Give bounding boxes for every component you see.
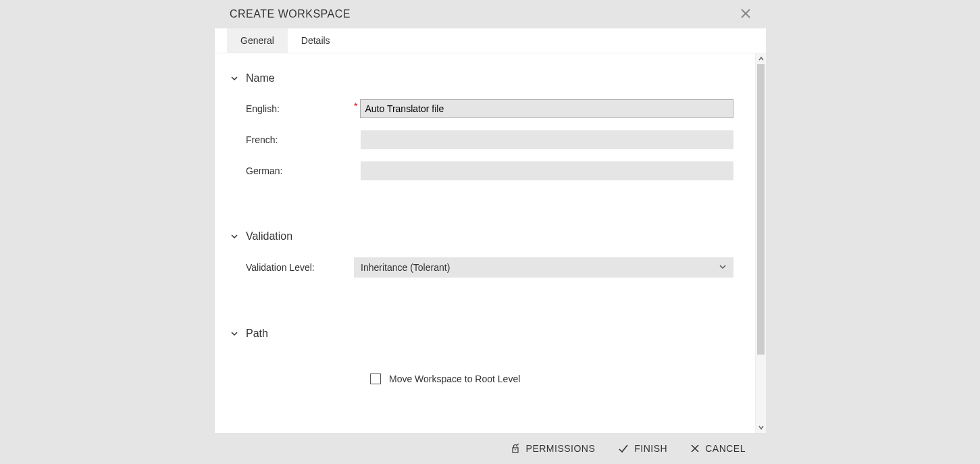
scroll-track[interactable] <box>756 64 766 422</box>
tab-details[interactable]: Details <box>288 28 344 53</box>
section-path-header[interactable]: Path <box>230 328 733 340</box>
chevron-down-icon <box>719 262 727 273</box>
scrollbar[interactable] <box>755 53 766 433</box>
scroll-up-button[interactable] <box>756 53 766 64</box>
section-validation-header[interactable]: Validation <box>230 230 733 242</box>
label-english: English: <box>246 103 354 114</box>
section-name-header[interactable]: Name <box>230 72 733 84</box>
chevron-down-icon <box>230 329 239 338</box>
create-workspace-dialog: CREATE WORKSPACE General Details Name <box>215 0 766 464</box>
scroll-thumb[interactable] <box>757 64 765 355</box>
row-german: German: <box>230 161 733 180</box>
label-german: German: <box>246 165 354 176</box>
close-button[interactable] <box>739 7 752 21</box>
content-scroll: Name English: * French: <box>215 53 766 433</box>
cancel-button[interactable]: CANCEL <box>690 443 746 454</box>
dialog-body: General Details Name English: * <box>215 28 766 433</box>
tab-general[interactable]: General <box>227 28 288 53</box>
content-inner: Name English: * French: <box>215 53 766 398</box>
check-icon <box>618 443 629 454</box>
close-icon <box>690 444 700 453</box>
chevron-down-icon <box>230 232 239 241</box>
input-english[interactable] <box>360 99 733 118</box>
label-validation-level: Validation Level: <box>246 262 354 273</box>
row-validation-level: Validation Level: Inheritance (Tolerant) <box>230 257 733 278</box>
cancel-label: CANCEL <box>705 443 746 454</box>
permissions-label: PERMISSIONS <box>526 443 596 454</box>
label-french: French: <box>246 134 354 145</box>
input-german[interactable] <box>361 161 733 180</box>
dialog-title: CREATE WORKSPACE <box>230 8 351 20</box>
required-marker: * <box>354 101 357 111</box>
row-move-root: Move Workspace to Root Level <box>230 373 733 384</box>
row-english: English: * <box>230 99 733 118</box>
section-name-title: Name <box>246 72 275 84</box>
close-icon <box>741 9 750 20</box>
dialog-header: CREATE WORKSPACE <box>215 0 766 28</box>
input-french[interactable] <box>361 130 733 149</box>
section-path-title: Path <box>246 328 268 340</box>
tab-bar: General Details <box>215 28 766 53</box>
finish-button[interactable]: FINISH <box>618 443 667 454</box>
dialog-footer: PERMISSIONS FINISH CANCEL <box>215 433 766 464</box>
checkbox-move-root[interactable] <box>370 373 381 384</box>
row-french: French: <box>230 130 733 149</box>
scroll-down-button[interactable] <box>756 422 766 433</box>
label-move-root: Move Workspace to Root Level <box>389 373 520 384</box>
section-validation-title: Validation <box>246 230 292 242</box>
chevron-down-icon <box>230 74 239 83</box>
finish-label: FINISH <box>634 443 667 454</box>
select-validation-level[interactable]: Inheritance (Tolerant) <box>354 257 733 278</box>
select-validation-value: Inheritance (Tolerant) <box>361 262 450 273</box>
permissions-button[interactable]: PERMISSIONS <box>510 443 596 454</box>
permissions-icon <box>510 443 521 454</box>
